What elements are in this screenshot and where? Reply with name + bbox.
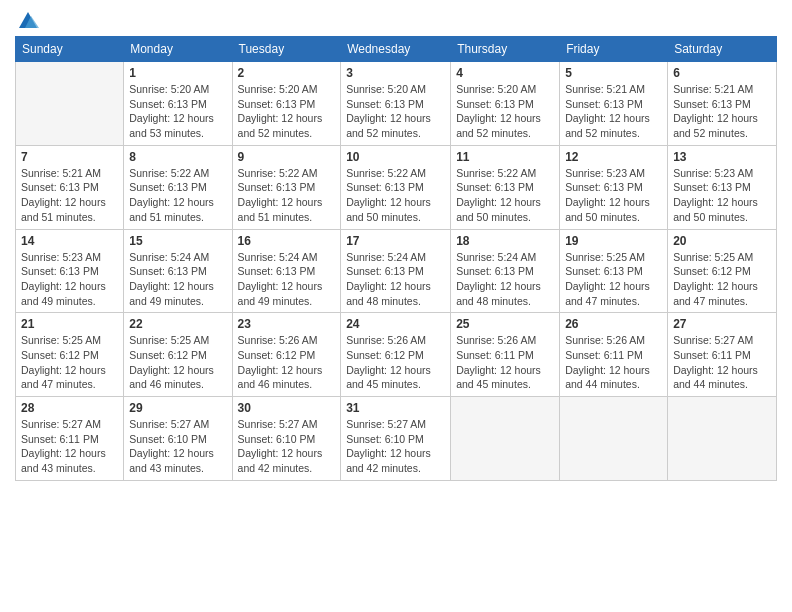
day-number: 11	[456, 150, 554, 164]
calendar-cell: 9Sunrise: 5:22 AM Sunset: 6:13 PM Daylig…	[232, 145, 341, 229]
calendar-cell: 18Sunrise: 5:24 AM Sunset: 6:13 PM Dayli…	[451, 229, 560, 313]
day-number: 12	[565, 150, 662, 164]
calendar-cell: 13Sunrise: 5:23 AM Sunset: 6:13 PM Dayli…	[668, 145, 777, 229]
calendar-cell: 11Sunrise: 5:22 AM Sunset: 6:13 PM Dayli…	[451, 145, 560, 229]
day-number: 15	[129, 234, 226, 248]
day-info: Sunrise: 5:26 AM Sunset: 6:11 PM Dayligh…	[456, 333, 554, 392]
day-number: 31	[346, 401, 445, 415]
calendar-cell: 10Sunrise: 5:22 AM Sunset: 6:13 PM Dayli…	[341, 145, 451, 229]
day-info: Sunrise: 5:27 AM Sunset: 6:10 PM Dayligh…	[346, 417, 445, 476]
calendar-cell: 7Sunrise: 5:21 AM Sunset: 6:13 PM Daylig…	[16, 145, 124, 229]
day-number: 2	[238, 66, 336, 80]
logo	[15, 10, 39, 32]
day-info: Sunrise: 5:27 AM Sunset: 6:10 PM Dayligh…	[238, 417, 336, 476]
calendar-cell: 25Sunrise: 5:26 AM Sunset: 6:11 PM Dayli…	[451, 313, 560, 397]
day-number: 6	[673, 66, 771, 80]
calendar-cell: 17Sunrise: 5:24 AM Sunset: 6:13 PM Dayli…	[341, 229, 451, 313]
day-number: 10	[346, 150, 445, 164]
day-number: 17	[346, 234, 445, 248]
calendar-cell: 30Sunrise: 5:27 AM Sunset: 6:10 PM Dayli…	[232, 397, 341, 481]
calendar-cell: 21Sunrise: 5:25 AM Sunset: 6:12 PM Dayli…	[16, 313, 124, 397]
day-info: Sunrise: 5:27 AM Sunset: 6:11 PM Dayligh…	[673, 333, 771, 392]
day-info: Sunrise: 5:20 AM Sunset: 6:13 PM Dayligh…	[456, 82, 554, 141]
day-info: Sunrise: 5:25 AM Sunset: 6:12 PM Dayligh…	[21, 333, 118, 392]
day-number: 30	[238, 401, 336, 415]
day-info: Sunrise: 5:21 AM Sunset: 6:13 PM Dayligh…	[21, 166, 118, 225]
day-info: Sunrise: 5:27 AM Sunset: 6:10 PM Dayligh…	[129, 417, 226, 476]
day-number: 14	[21, 234, 118, 248]
calendar-cell: 27Sunrise: 5:27 AM Sunset: 6:11 PM Dayli…	[668, 313, 777, 397]
day-info: Sunrise: 5:26 AM Sunset: 6:11 PM Dayligh…	[565, 333, 662, 392]
calendar-cell: 22Sunrise: 5:25 AM Sunset: 6:12 PM Dayli…	[124, 313, 232, 397]
day-info: Sunrise: 5:26 AM Sunset: 6:12 PM Dayligh…	[346, 333, 445, 392]
calendar-header-sunday: Sunday	[16, 37, 124, 62]
day-info: Sunrise: 5:22 AM Sunset: 6:13 PM Dayligh…	[129, 166, 226, 225]
calendar-header-saturday: Saturday	[668, 37, 777, 62]
day-info: Sunrise: 5:26 AM Sunset: 6:12 PM Dayligh…	[238, 333, 336, 392]
calendar-week-1: 1Sunrise: 5:20 AM Sunset: 6:13 PM Daylig…	[16, 62, 777, 146]
calendar-cell	[668, 397, 777, 481]
day-number: 7	[21, 150, 118, 164]
calendar-cell: 15Sunrise: 5:24 AM Sunset: 6:13 PM Dayli…	[124, 229, 232, 313]
calendar-cell: 12Sunrise: 5:23 AM Sunset: 6:13 PM Dayli…	[560, 145, 668, 229]
calendar-cell: 24Sunrise: 5:26 AM Sunset: 6:12 PM Dayli…	[341, 313, 451, 397]
calendar-cell: 16Sunrise: 5:24 AM Sunset: 6:13 PM Dayli…	[232, 229, 341, 313]
calendar-header-wednesday: Wednesday	[341, 37, 451, 62]
day-info: Sunrise: 5:22 AM Sunset: 6:13 PM Dayligh…	[238, 166, 336, 225]
day-number: 28	[21, 401, 118, 415]
calendar-cell	[451, 397, 560, 481]
calendar-cell: 1Sunrise: 5:20 AM Sunset: 6:13 PM Daylig…	[124, 62, 232, 146]
calendar-cell: 28Sunrise: 5:27 AM Sunset: 6:11 PM Dayli…	[16, 397, 124, 481]
day-info: Sunrise: 5:27 AM Sunset: 6:11 PM Dayligh…	[21, 417, 118, 476]
day-number: 13	[673, 150, 771, 164]
day-number: 29	[129, 401, 226, 415]
day-info: Sunrise: 5:20 AM Sunset: 6:13 PM Dayligh…	[129, 82, 226, 141]
calendar-week-4: 21Sunrise: 5:25 AM Sunset: 6:12 PM Dayli…	[16, 313, 777, 397]
day-number: 1	[129, 66, 226, 80]
day-number: 3	[346, 66, 445, 80]
day-info: Sunrise: 5:23 AM Sunset: 6:13 PM Dayligh…	[673, 166, 771, 225]
day-number: 23	[238, 317, 336, 331]
day-info: Sunrise: 5:22 AM Sunset: 6:13 PM Dayligh…	[456, 166, 554, 225]
day-info: Sunrise: 5:25 AM Sunset: 6:12 PM Dayligh…	[129, 333, 226, 392]
calendar-cell: 31Sunrise: 5:27 AM Sunset: 6:10 PM Dayli…	[341, 397, 451, 481]
calendar-cell: 26Sunrise: 5:26 AM Sunset: 6:11 PM Dayli…	[560, 313, 668, 397]
day-number: 26	[565, 317, 662, 331]
calendar-table: SundayMondayTuesdayWednesdayThursdayFrid…	[15, 36, 777, 481]
day-info: Sunrise: 5:21 AM Sunset: 6:13 PM Dayligh…	[673, 82, 771, 141]
calendar-header-monday: Monday	[124, 37, 232, 62]
day-info: Sunrise: 5:23 AM Sunset: 6:13 PM Dayligh…	[21, 250, 118, 309]
day-info: Sunrise: 5:20 AM Sunset: 6:13 PM Dayligh…	[238, 82, 336, 141]
calendar-cell	[560, 397, 668, 481]
day-number: 16	[238, 234, 336, 248]
calendar-cell: 14Sunrise: 5:23 AM Sunset: 6:13 PM Dayli…	[16, 229, 124, 313]
day-info: Sunrise: 5:20 AM Sunset: 6:13 PM Dayligh…	[346, 82, 445, 141]
calendar-cell: 4Sunrise: 5:20 AM Sunset: 6:13 PM Daylig…	[451, 62, 560, 146]
calendar-cell: 23Sunrise: 5:26 AM Sunset: 6:12 PM Dayli…	[232, 313, 341, 397]
day-number: 21	[21, 317, 118, 331]
calendar-header-tuesday: Tuesday	[232, 37, 341, 62]
calendar-header-row: SundayMondayTuesdayWednesdayThursdayFrid…	[16, 37, 777, 62]
calendar-cell: 5Sunrise: 5:21 AM Sunset: 6:13 PM Daylig…	[560, 62, 668, 146]
calendar-cell	[16, 62, 124, 146]
logo-icon	[17, 10, 39, 32]
day-number: 24	[346, 317, 445, 331]
calendar-cell: 6Sunrise: 5:21 AM Sunset: 6:13 PM Daylig…	[668, 62, 777, 146]
calendar-cell: 20Sunrise: 5:25 AM Sunset: 6:12 PM Dayli…	[668, 229, 777, 313]
day-info: Sunrise: 5:21 AM Sunset: 6:13 PM Dayligh…	[565, 82, 662, 141]
calendar-cell: 29Sunrise: 5:27 AM Sunset: 6:10 PM Dayli…	[124, 397, 232, 481]
day-info: Sunrise: 5:24 AM Sunset: 6:13 PM Dayligh…	[346, 250, 445, 309]
day-info: Sunrise: 5:24 AM Sunset: 6:13 PM Dayligh…	[129, 250, 226, 309]
calendar-week-2: 7Sunrise: 5:21 AM Sunset: 6:13 PM Daylig…	[16, 145, 777, 229]
calendar-cell: 2Sunrise: 5:20 AM Sunset: 6:13 PM Daylig…	[232, 62, 341, 146]
day-info: Sunrise: 5:24 AM Sunset: 6:13 PM Dayligh…	[456, 250, 554, 309]
day-info: Sunrise: 5:23 AM Sunset: 6:13 PM Dayligh…	[565, 166, 662, 225]
day-number: 4	[456, 66, 554, 80]
day-number: 9	[238, 150, 336, 164]
day-info: Sunrise: 5:24 AM Sunset: 6:13 PM Dayligh…	[238, 250, 336, 309]
day-number: 22	[129, 317, 226, 331]
day-number: 20	[673, 234, 771, 248]
calendar-header-thursday: Thursday	[451, 37, 560, 62]
calendar-week-5: 28Sunrise: 5:27 AM Sunset: 6:11 PM Dayli…	[16, 397, 777, 481]
day-number: 5	[565, 66, 662, 80]
